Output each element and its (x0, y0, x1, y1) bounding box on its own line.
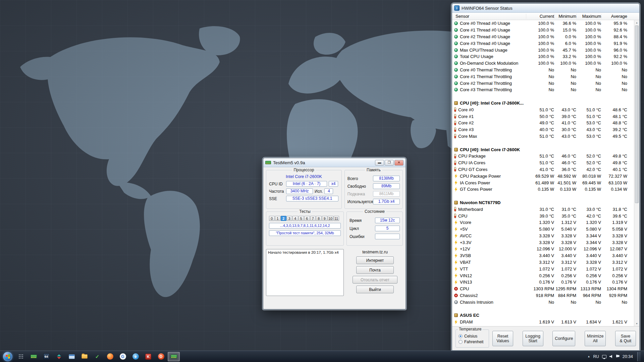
testmem-site-link[interactable]: testmem.tz.ru (362, 250, 388, 254)
testmem5-titlebar[interactable]: TestMem5 v0.9a ▬ ❐ ✕ (263, 158, 406, 167)
test-log-area[interactable]: Начало тестирования в 20:17, 1.7Gb x4 (266, 249, 344, 296)
taskbar-clock[interactable]: 20:34 (623, 354, 633, 359)
sensor-row[interactable]: Max CPU/Thread Usage100.0 %45.7 %100.0 %… (452, 47, 639, 53)
start-button[interactable] (3, 352, 12, 361)
sensor-row[interactable]: Motherboard31.0 °C31.0 °C33.0 °C31.8 °C (452, 206, 639, 213)
language-indicator[interactable]: RU (593, 354, 599, 359)
arrows-app-icon[interactable] (53, 352, 65, 361)
sensor-row[interactable]: +12V12.096 V12.000 V12.096 V12.087 V (452, 246, 639, 252)
sensor-row[interactable]: Core #3 Thermal ThrottlingNoNoNoNo (452, 86, 639, 93)
sensor-row[interactable]: CPU Package Power69.529 W48.592 W80.018 … (452, 173, 639, 179)
sensor-row[interactable]: AVCC3.328 V3.328 V3.344 V3.328 V (452, 233, 639, 239)
firefox-icon[interactable] (104, 352, 116, 361)
network-icon[interactable] (602, 355, 606, 358)
klite-app-icon[interactable] (142, 352, 154, 361)
sensor-row[interactable]: Core #249.0 °C41.0 °C53.0 °C48.8 °C (452, 120, 639, 126)
quick-launch-grid-icon[interactable] (15, 352, 27, 361)
sensor-row[interactable]: Core #340.0 °C30.0 °C43.0 °C39.2 °C (452, 126, 639, 133)
test-number-9[interactable]: 9 (322, 216, 328, 221)
hwinfo64-pinned-icon[interactable]: 64 (40, 352, 52, 361)
vertical-scrollbar[interactable]: ▲ ▼ (634, 20, 639, 326)
test-number-1[interactable]: 1 (275, 216, 281, 221)
test-number-2[interactable]: 2 (281, 216, 286, 221)
test-number-8[interactable]: 8 (316, 216, 322, 221)
sensor-row[interactable]: Core #0 Thermal ThrottlingNoNoNoNo (452, 67, 639, 73)
google-app-icon[interactable] (117, 352, 129, 361)
sensor-row[interactable]: Core #0 Thread #0 Usage100.0 %36.6 %100.… (452, 20, 639, 27)
sensor-group-header[interactable]: CPU [#0]: Intel Core i7-2600K (452, 146, 639, 153)
action-center-flag-icon[interactable] (616, 355, 620, 358)
minimize-all-button[interactable]: Minimize All (585, 331, 606, 346)
sensor-row[interactable]: Core #1 Thread #0 Usage100.0 %15.0 %100.… (452, 27, 639, 34)
sensor-row[interactable]: CPU1303 RPM1295 RPM1313 RPM1304 RPM (452, 286, 639, 292)
sensor-row[interactable]: On-Demand Clock Modulation100.0 %100.0 %… (452, 60, 639, 67)
sensor-row[interactable]: 3VSB3.440 V3.440 V3.440 V3.440 V (452, 252, 639, 259)
sensor-group-header[interactable]: CPU [#0]: Intel Core i7-2600K... (452, 100, 639, 107)
test-number-11[interactable]: 11 (334, 216, 339, 221)
sensor-row[interactable]: Chassis2918 RPM884 RPM964 RPM929 RPM (452, 292, 639, 299)
testmem-running-window-button[interactable] (168, 352, 180, 361)
send-report-button[interactable]: Отослать отчет (353, 276, 397, 284)
sensor-row[interactable]: VTT1.072 V1.072 V1.072 V1.072 V (452, 265, 639, 272)
window-app-icon[interactable] (66, 352, 78, 361)
scroll-down-icon[interactable]: ▼ (634, 321, 639, 326)
column-minimum[interactable]: Minimum (554, 14, 576, 19)
sensor-row[interactable]: VBAT3.312 V3.312 V3.328 V3.312 V (452, 259, 639, 266)
test-number-6[interactable]: 6 (304, 216, 310, 221)
test-number-4[interactable]: 4 (292, 216, 298, 221)
exit-button[interactable]: Выйти (356, 286, 394, 293)
save-quit-button[interactable]: Save & Quit (615, 331, 636, 346)
sensor-row[interactable]: Core #2 Thermal ThrottlingNoNoNoNo (452, 80, 639, 86)
test-number-5[interactable]: 5 (299, 216, 304, 221)
sensor-group-header[interactable]: Nuvoton NCT6779D (452, 199, 639, 206)
logging-start-button[interactable]: Logging Start (523, 331, 543, 346)
sensor-row[interactable]: +3.3V3.328 V3.328 V3.344 V3.328 V (452, 239, 639, 246)
reset-values-button[interactable]: Reset Values (492, 331, 513, 346)
sensor-row[interactable]: CPU GT Cores41.0 °C36.0 °C42.0 °C40.1 °C (452, 166, 639, 173)
checkmark-app-icon[interactable] (91, 352, 103, 361)
test-number-10[interactable]: 10 (328, 216, 333, 221)
show-desktop-button[interactable] (637, 352, 641, 361)
sensor-row[interactable]: Chassis IntrusionNoNoNoNo (452, 299, 639, 305)
sensor-row[interactable]: DRAM1.619 V1.613 V1.634 V1.621 V (452, 319, 639, 325)
sensor-row[interactable]: +5V5.080 V5.040 V5.080 V5.058 V (452, 226, 639, 233)
maximize-icon[interactable]: ❐ (385, 160, 394, 166)
scroll-up-icon[interactable]: ▲ (634, 20, 639, 25)
minimize-icon[interactable]: ▬ (375, 160, 384, 166)
sensor-row[interactable]: VIN130.176 V0.176 V0.176 V0.176 V (452, 279, 639, 286)
sensor-row[interactable]: Core #1 Thermal ThrottlingNoNoNoNo (452, 73, 639, 80)
volume-icon[interactable] (609, 355, 613, 358)
browser-e-icon[interactable] (129, 352, 142, 361)
sensor-row[interactable]: VIN120.256 V0.256 V0.256 V0.256 V (452, 272, 639, 279)
testmem-pinned-icon[interactable] (28, 352, 40, 361)
close-icon[interactable]: ✕ (394, 160, 404, 166)
configure-button[interactable]: Configure (552, 331, 575, 346)
celsius-radio[interactable]: Celsius (459, 334, 487, 339)
column-current[interactable]: Current (526, 14, 554, 19)
sensor-row[interactable]: GT Cores Power0.135 W0.133 W0.135 W0.134… (452, 186, 639, 193)
sensor-row[interactable]: IA Cores Power61.489 W41.501 W69.445 W63… (452, 179, 639, 186)
sensor-row[interactable]: Total CPU Usage100.0 %33.2 %100.0 %92.2 … (452, 53, 639, 60)
column-sensor[interactable]: Sensor (454, 14, 526, 19)
sensor-row[interactable]: Vcore1.320 V1.312 V1.320 V1.319 V (452, 219, 639, 226)
test-number-0[interactable]: 0 (269, 216, 275, 221)
sensor-row[interactable]: CPU IA Cores51.0 °C46.0 °C52.0 °C49.8 °C (452, 160, 639, 166)
scrollbar-thumb[interactable] (635, 25, 639, 203)
test-number-3[interactable]: 3 (287, 216, 292, 221)
column-average[interactable]: Average (601, 14, 627, 19)
sensor-group-header[interactable]: ASUS EC (452, 312, 639, 319)
internet-button[interactable]: Интернет (356, 256, 394, 264)
sensor-row[interactable]: Core #150.0 °C39.0 °C51.0 °C48.1 °C (452, 113, 639, 120)
column-maximum[interactable]: Maximum (576, 14, 601, 19)
sensor-row[interactable]: Core #2 Thread #0 Usage100.0 %0.0 %100.0… (452, 34, 639, 40)
hwinfo-titlebar[interactable]: HWiNFO64 Sensor Status (452, 4, 639, 13)
opera-app-icon[interactable] (155, 352, 167, 361)
mail-button[interactable]: Почта (356, 266, 394, 274)
sensor-row[interactable]: Core Max51.0 °C43.0 °C53.0 °C49.5 °C (452, 133, 639, 140)
sensor-row[interactable]: Core #051.0 °C43.0 °C51.0 °C48.6 °C (452, 106, 639, 113)
explorer-folder-icon[interactable] (78, 352, 91, 361)
sensor-row[interactable]: CPU Package51.0 °C46.0 °C52.0 °C49.8 °C (452, 153, 639, 160)
test-number-7[interactable]: 7 (310, 216, 316, 221)
hidden-icons-arrow[interactable]: ▲ (587, 355, 590, 358)
sensor-row[interactable]: CPU39.0 °C35.0 °C42.0 °C39.6 °C (452, 213, 639, 219)
